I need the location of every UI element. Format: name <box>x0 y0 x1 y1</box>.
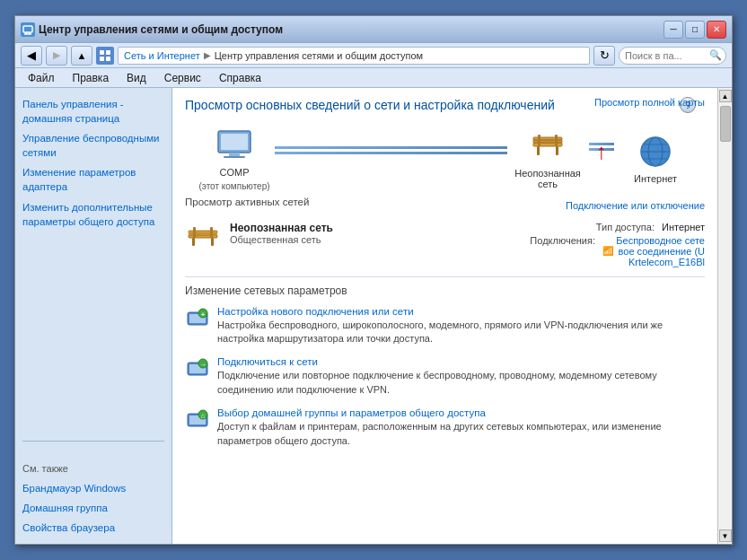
breadcrumb-sep1: ▶ <box>204 50 211 60</box>
internet-node: Интернет <box>615 134 696 184</box>
svg-rect-17 <box>538 135 540 146</box>
settings-link-1[interactable]: Подключиться к сети <box>217 356 705 367</box>
address-bar: ◀ ▶ ▲ Сеть и Интернет ▶ Центр управления… <box>15 43 732 68</box>
signal-icon: 📶 <box>602 246 613 256</box>
network-node: Неопознанная сеть <box>507 128 588 189</box>
main-panel: ? Просмотр основных сведений о сети и на… <box>172 88 717 544</box>
svg-text:→: → <box>199 361 207 369</box>
section-divider <box>185 276 705 277</box>
svg-rect-0 <box>23 26 32 32</box>
settings-desc-2: Доступ к файлам и принтерам, расположенн… <box>217 421 662 445</box>
svg-rect-29 <box>211 238 214 246</box>
svg-rect-5 <box>106 50 110 55</box>
svg-rect-6 <box>100 57 104 61</box>
settings-icon-0: + <box>185 306 210 331</box>
network-name: Неопознанная сеть <box>230 222 521 234</box>
breadcrumb-current: Центр управления сетями и общим доступом <box>215 50 423 61</box>
settings-content-0: Настройка нового подключения или сети На… <box>217 306 705 346</box>
menu-file[interactable]: Файл <box>24 70 58 86</box>
sidebar: Панель управления - домашняя страница Уп… <box>15 88 172 544</box>
svg-rect-27 <box>189 232 217 235</box>
access-type-row: Тип доступа: Интернет <box>530 222 705 232</box>
title-bar-left: Центр управления сетями и общим доступом <box>21 22 283 37</box>
sidebar-link-sharing[interactable]: Изменить дополнительные параметры общего… <box>22 200 164 229</box>
sidebar-link-homegroup[interactable]: Домашняя группа <box>22 501 164 515</box>
connections-label: Подключения: <box>530 235 595 246</box>
scroll-thumb[interactable] <box>720 106 731 142</box>
settings-content-1: Подключиться к сети Подключение или повт… <box>217 356 705 397</box>
disconnect-link[interactable]: Подключение или отключение <box>566 200 705 211</box>
sidebar-link-browser[interactable]: Свойства браузера <box>22 521 164 535</box>
svg-rect-10 <box>229 153 240 156</box>
globe-icon <box>633 134 678 170</box>
settings-link-0[interactable]: Настройка нового подключения или сети <box>217 306 705 317</box>
sidebar-link-wireless[interactable]: Управление беспроводными сетями <box>22 131 164 160</box>
control-panel-icon <box>96 47 114 65</box>
scroll-down-button[interactable]: ▼ <box>719 529 732 542</box>
connections-value[interactable]: Беспроводное сетевое соединение (UKrtele… <box>615 235 705 267</box>
scroll-track[interactable] <box>720 102 731 529</box>
search-input[interactable] <box>619 47 726 65</box>
menu-edit[interactable]: Правка <box>69 70 113 86</box>
active-networks-header-row: Просмотр активных сетей Подключение или … <box>185 197 705 214</box>
breadcrumb-network[interactable]: Сеть и Интернет <box>124 50 200 61</box>
computer-icon <box>212 127 257 163</box>
scroll-up-button[interactable]: ▲ <box>719 90 732 102</box>
maximize-button[interactable]: □ <box>685 21 705 39</box>
svg-rect-25 <box>189 235 217 238</box>
search-wrap: 🔍 <box>619 47 726 65</box>
change-settings-header: Изменение сетевых параметров <box>185 284 705 297</box>
menu-bar: Файл Правка Вид Сервис Справка <box>15 68 732 88</box>
sidebar-link-firewall[interactable]: Брандмауэр Windows <box>22 481 164 495</box>
see-also-label: См. также <box>22 463 164 474</box>
svg-text:+: + <box>201 310 206 318</box>
svg-rect-18 <box>555 135 558 146</box>
svg-rect-31 <box>210 227 213 238</box>
connections-value-wrap: 📶 Беспроводное сетевое соединение (UKrte… <box>602 235 705 267</box>
network-diagram: COMP (этот компьютер) <box>185 127 705 191</box>
access-type-label: Тип доступа: <box>596 222 655 232</box>
computer-label: COMP <box>220 167 250 178</box>
window-title: Центр управления сетями и общим доступом <box>39 23 283 36</box>
settings-content-2: Выбор домашней группы и параметров общег… <box>217 407 705 448</box>
window-controls: ─ □ ✕ <box>664 21 726 39</box>
network-type: Общественная сеть <box>230 234 521 245</box>
back-button[interactable]: ◀ <box>21 46 42 66</box>
settings-icon-1: → <box>185 356 210 381</box>
svg-rect-7 <box>106 57 110 61</box>
breadcrumb: Сеть и Интернет ▶ Центр управления сетям… <box>118 47 590 65</box>
settings-icon-2: ⌂ <box>185 407 210 433</box>
active-network-item: Неопознанная сеть Общественная сеть Тип … <box>185 222 705 267</box>
settings-item-2: ⌂ Выбор домашней группы и параметров общ… <box>185 407 705 448</box>
svg-rect-11 <box>224 156 245 158</box>
main-window: Центр управления сетями и общим доступом… <box>14 15 733 545</box>
menu-view[interactable]: Вид <box>123 70 150 86</box>
forward-button[interactable]: ▶ <box>46 46 67 66</box>
connections-row: Подключения: 📶 Беспроводное сетевое соед… <box>530 235 705 267</box>
menu-help[interactable]: Справка <box>215 70 265 86</box>
internet-label: Интернет <box>634 173 677 184</box>
bench-icon <box>525 128 570 164</box>
view-map-link[interactable]: Просмотр полной карты <box>594 97 705 108</box>
active-network-icon <box>185 223 221 256</box>
menu-service[interactable]: Сервис <box>161 70 205 86</box>
arrow-area: ↑ <box>588 143 615 151</box>
minimize-button[interactable]: ─ <box>664 21 683 39</box>
svg-text:⌂: ⌂ <box>201 412 206 420</box>
settings-item-1: → Подключиться к сети Подключение или по… <box>185 356 705 397</box>
up-arrow-icon: ↑ <box>596 141 607 162</box>
refresh-button[interactable]: ↻ <box>593 46 615 66</box>
svg-rect-28 <box>192 238 195 246</box>
sidebar-link-adapter[interactable]: Изменение параметров адаптера <box>22 165 164 194</box>
content-area: Панель управления - домашняя страница Уп… <box>15 88 732 544</box>
close-button[interactable]: ✕ <box>707 21 726 39</box>
up-button[interactable]: ▲ <box>71 46 92 66</box>
svg-rect-30 <box>193 227 196 238</box>
settings-desc-1: Подключение или повторное подключение к … <box>217 370 657 394</box>
sidebar-divider <box>22 441 164 442</box>
svg-rect-4 <box>100 50 104 55</box>
sidebar-link-home[interactable]: Панель управления - домашняя страница <box>22 97 164 126</box>
scrollbar: ▲ ▼ <box>717 88 732 544</box>
svg-rect-16 <box>556 146 558 155</box>
settings-link-2[interactable]: Выбор домашней группы и параметров общег… <box>217 407 705 418</box>
